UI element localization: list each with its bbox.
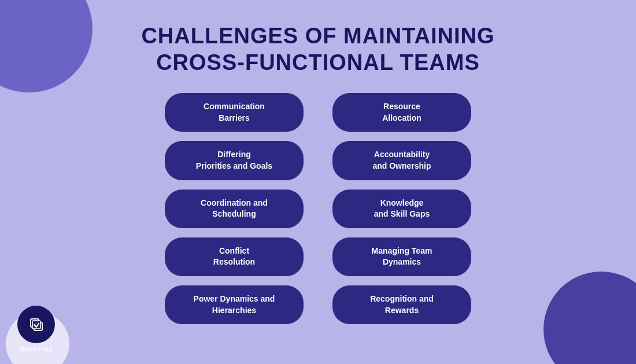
card-coordination-scheduling: Coordination andScheduling xyxy=(165,190,304,228)
card-differing-priorities: DifferingPriorities and Goals xyxy=(165,141,304,180)
logo-circle xyxy=(17,306,55,343)
card-conflict-resolution: ConflictResolution xyxy=(165,237,304,276)
card-recognition-rewards: Recognition andRewards xyxy=(332,285,471,324)
page-title: CHALLENGES OF MAINTAINING CROSS-FUNCTION… xyxy=(141,23,494,76)
right-column: ResourceAllocation Accountabilityand Own… xyxy=(332,93,471,324)
card-power-dynamics: Power Dynamics andHierarchies xyxy=(165,285,304,324)
title-line1: CHALLENGES OF MAINTAINING xyxy=(141,24,494,48)
logo-brand-name: Onethread xyxy=(20,346,53,352)
card-managing-team-dynamics: Managing TeamDynamics xyxy=(332,237,471,276)
cards-container: CommunicationBarriers DifferingPrioritie… xyxy=(165,93,471,324)
title-line2: CROSS-FUNCTIONAL TEAMS xyxy=(156,50,480,75)
card-resource-allocation: ResourceAllocation xyxy=(332,93,471,132)
content-wrapper: CHALLENGES OF MAINTAINING CROSS-FUNCTION… xyxy=(0,0,636,364)
logo-container: Onethread xyxy=(17,306,55,352)
card-knowledge-skill-gaps: Knowledgeand Skill Gaps xyxy=(332,190,471,228)
logo-icon xyxy=(26,314,47,335)
card-accountability-ownership: Accountabilityand Ownership xyxy=(332,141,471,180)
card-communication-barriers: CommunicationBarriers xyxy=(165,93,304,132)
left-column: CommunicationBarriers DifferingPrioritie… xyxy=(165,93,304,324)
